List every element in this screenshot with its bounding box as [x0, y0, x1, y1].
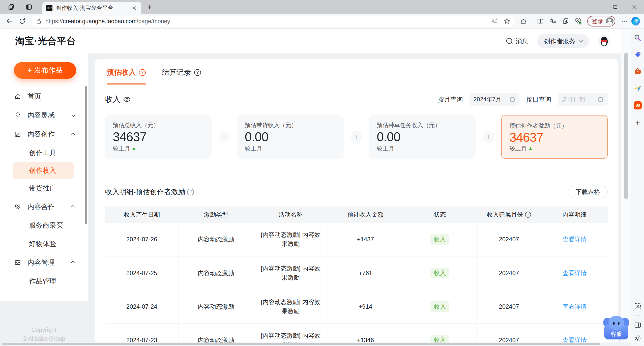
tab-actions-icon[interactable] — [26, 4, 32, 10]
table-header-row: 收入产生日期 激励类型 活动名称 预计收入金额 状态 收入归属月份? 内容明细 — [105, 207, 608, 223]
stat-card-creator-incentive[interactable]: 预估创作者激励（元） 34637 较上月- — [501, 115, 608, 159]
kuaishou-icon[interactable]: 88 — [634, 101, 642, 109]
download-table-button[interactable]: 下载表格 — [568, 186, 608, 198]
browser-tab-strip: 光合 创作收入·淘宝光合平台 + — [0, 0, 644, 14]
sidebar-item-creation-tools[interactable]: 创作工具 — [0, 143, 88, 162]
sidebar-item-works-management[interactable]: 作品管理 — [0, 272, 88, 290]
split-panel-icon[interactable] — [634, 321, 641, 329]
new-tab-button[interactable]: + — [147, 3, 152, 11]
stat-card-total-income[interactable]: 预估总收入（元） 34637 较上月- — [105, 115, 212, 159]
tab-estimated-income[interactable]: 预估收入 ? — [107, 67, 146, 84]
page-scrollbar-track[interactable] — [621, 29, 631, 342]
edit-document-icon — [14, 130, 21, 138]
active-browser-tab[interactable]: 光合 创作收入·淘宝光合平台 — [42, 2, 141, 14]
collections-icon[interactable] — [560, 16, 571, 27]
sidebar-scrollbar[interactable] — [85, 86, 87, 224]
search-icon[interactable] — [634, 34, 642, 42]
sidebar-item-goods-promotion[interactable]: 带货推广 — [0, 179, 88, 197]
screenshot-icon[interactable] — [634, 302, 641, 310]
tab-settlement-record[interactable]: 结算记录 ? — [162, 67, 201, 84]
address-bar[interactable]: https://creator.guanghe.taobao.com/page/… — [31, 16, 515, 27]
month-query-label: 按月查询 — [438, 95, 463, 104]
message-bubble-icon — [506, 37, 513, 45]
messages-label: 消息 — [516, 37, 528, 45]
lightbulb-icon — [14, 111, 21, 119]
messages-button[interactable]: 消息 — [506, 37, 528, 45]
detail-section-title: 收入明细-预估创作者激励 ? — [105, 187, 194, 197]
table-row: 2024-07-25 内容动态激励 [内容动态激励] 内容效果激励 +761 收… — [105, 256, 608, 290]
view-details-link[interactable]: 查看详情 — [563, 303, 587, 310]
plus-operator: + — [483, 131, 494, 143]
sidebar-item-service-purchase[interactable]: 服务商采买 — [0, 216, 88, 235]
heart-hands-icon — [14, 203, 21, 211]
favorites-list-icon[interactable] — [547, 16, 559, 27]
sidebar-item-inspiration[interactable]: 内容灵感 — [0, 106, 88, 125]
sidebar-item-creation-income[interactable]: 创作收入 — [13, 162, 74, 179]
lock-icon — [36, 18, 42, 24]
col-activity-name: 活动名称 — [253, 207, 328, 223]
view-details-link[interactable]: 查看详情 — [563, 236, 587, 243]
browser-login-button[interactable]: 登录 — [587, 16, 615, 26]
split-screen-icon[interactable] — [535, 16, 546, 27]
edge-sidebar: 88 + — [631, 29, 644, 346]
browser-essentials-icon[interactable] — [573, 16, 584, 27]
window-minimize-button[interactable] — [587, 0, 606, 14]
site-header: 淘宝·光合平台 消息 创作者服务 — [0, 29, 621, 53]
sidebar-item-home[interactable]: 首页 — [0, 87, 88, 106]
help-icon[interactable]: ? — [525, 212, 531, 218]
sidebar-item-cooperation[interactable]: 内容合作 — [0, 197, 88, 216]
toolbox-icon[interactable] — [634, 68, 642, 76]
user-avatar[interactable] — [598, 35, 610, 47]
favorite-star-icon[interactable] — [501, 16, 512, 27]
stat-cards: 预估总收入（元） 34637 较上月- = 预估带货收入（元） 0.00 较上月… — [105, 115, 608, 159]
horizontal-scrollbar-track[interactable] — [0, 342, 631, 346]
eye-icon[interactable] — [123, 96, 131, 102]
income-tabs: 预估收入 ? 结算记录 ? — [105, 59, 608, 84]
chevron-up-icon — [71, 261, 75, 265]
section-divider — [105, 180, 608, 180]
day-query-label: 按日查询 — [526, 95, 551, 104]
copilot-icon[interactable] — [631, 17, 640, 25]
extensions-icon[interactable] — [518, 16, 530, 27]
sidebar-item-product-trial[interactable]: 好物体验 — [0, 235, 88, 253]
paper-plane-icon[interactable] — [634, 84, 642, 93]
sidebar-item-management[interactable]: 内容管理 — [0, 253, 88, 272]
home-icon — [14, 93, 21, 100]
help-icon[interactable]: ? — [187, 189, 194, 195]
month-picker-input[interactable]: 2024年7月 — [470, 93, 519, 106]
horizontal-scrollbar-thumb[interactable] — [2, 343, 600, 345]
profile-avatar-icon — [606, 17, 613, 25]
back-icon[interactable] — [4, 16, 15, 27]
help-icon[interactable]: ? — [139, 69, 146, 76]
read-aloud-icon[interactable]: A — [489, 16, 500, 27]
col-date: 收入产生日期 — [105, 207, 179, 223]
refresh-icon[interactable] — [17, 16, 28, 27]
customer-service-widget[interactable]: 客服 — [604, 316, 628, 339]
stat-card-seeding-task-income[interactable]: 预估种草任务收入（元） 0.00 较上月- — [369, 115, 476, 159]
calendar-icon — [509, 96, 515, 102]
tab-close-icon[interactable] — [132, 5, 137, 11]
more-menu-icon[interactable] — [619, 16, 630, 27]
page-scrollbar-thumb[interactable] — [624, 53, 628, 199]
window-close-button[interactable] — [625, 0, 644, 14]
url-text[interactable]: https://creator.guanghe.taobao.com/page/… — [45, 18, 485, 25]
view-details-link[interactable]: 查看详情 — [563, 270, 587, 276]
day-picker-input[interactable]: 选择日期 — [558, 93, 608, 106]
help-icon[interactable]: ? — [194, 69, 201, 76]
settings-gear-icon[interactable] — [634, 334, 641, 342]
elephant-mascot-icon — [608, 316, 624, 330]
publish-work-button[interactable]: + 发布作品 — [14, 62, 76, 79]
workspaces-icon[interactable] — [8, 4, 15, 10]
window-maximize-button[interactable] — [606, 0, 625, 14]
shopping-tag-icon[interactable] — [634, 51, 642, 59]
divider — [634, 315, 641, 316]
creator-service-menu[interactable]: 创作者服务 — [537, 34, 589, 48]
equals-operator: = — [219, 131, 230, 143]
browser-toolbar: https://creator.guanghe.taobao.com/page/… — [0, 14, 644, 29]
status-badge: 收入 — [430, 268, 449, 278]
sidebar-item-creation[interactable]: 内容创作 — [0, 125, 88, 143]
site-logo[interactable]: 淘宝·光合平台 — [15, 35, 76, 47]
add-icon[interactable]: + — [635, 118, 640, 127]
stat-card-goods-income[interactable]: 预估带货收入（元） 0.00 较上月- — [237, 115, 344, 159]
copyright: Copyright © Alibaba Group — [0, 301, 88, 346]
